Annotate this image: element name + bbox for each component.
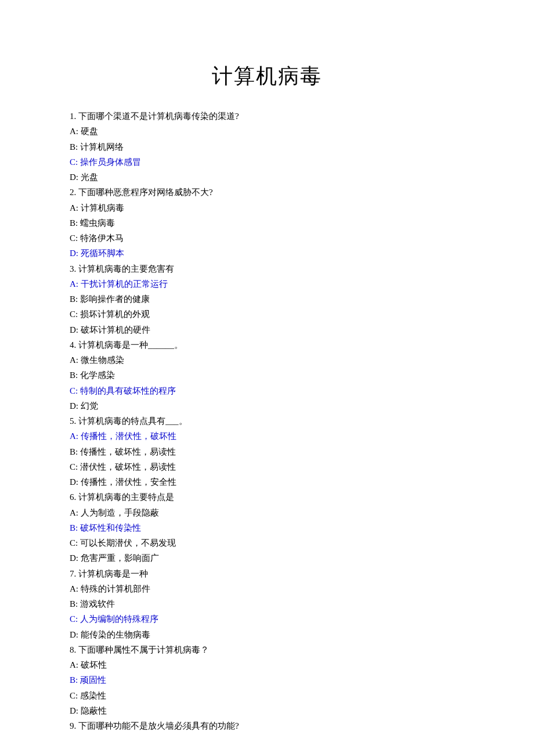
question-text: 6. 计算机病毒的主要特点是 (70, 489, 464, 505)
option-text: C: 可以长期潜伏，不易发现 (70, 535, 464, 550)
option-text: B: 传播性，破坏性，易读性 (70, 444, 464, 459)
option-text: C: 特洛伊木马 (70, 231, 464, 246)
option-text: A: 传播性，潜伏性，破坏性 (70, 429, 464, 444)
option-text: B: 顽固性 (70, 672, 464, 687)
question-text: 9. 下面哪种功能不是放火墙必须具有的功能? (70, 718, 464, 733)
option-text: C: 损坏计算机的外观 (70, 307, 464, 322)
option-text: C: 感染性 (70, 688, 464, 703)
question-text: 5. 计算机病毒的特点具有___。 (70, 413, 464, 429)
question-text: 3. 计算机病毒的主要危害有 (70, 261, 464, 276)
question-text: 8. 下面哪种属性不属于计算机病毒？ (70, 642, 464, 657)
option-text: D: 光盘 (70, 170, 464, 185)
document-title: 计算机病毒 (70, 58, 464, 95)
option-text: A: 特殊的计算机部件 (70, 581, 464, 596)
option-text: C: 操作员身体感冒 (70, 154, 464, 170)
option-text: B: 破坏性和传染性 (70, 520, 464, 535)
option-text: B: 蠕虫病毒 (70, 215, 464, 231)
option-text: B: 计算机网络 (70, 139, 464, 154)
question-text: 1. 下面哪个渠道不是计算机病毒传染的渠道? (70, 109, 464, 124)
option-text: D: 破坏计算机的硬件 (70, 322, 464, 337)
option-text: A: 微生物感染 (70, 352, 464, 368)
question-list: 1. 下面哪个渠道不是计算机病毒传染的渠道?A: 硬盘B: 计算机网络C: 操作… (70, 109, 464, 733)
option-text: B: 影响操作者的健康 (70, 291, 464, 307)
option-text: A: 干扰计算机的正常运行 (70, 276, 464, 291)
option-text: A: 硬盘 (70, 124, 464, 139)
option-text: A: 计算机病毒 (70, 200, 464, 215)
option-text: D: 隐蔽性 (70, 703, 464, 718)
option-text: D: 幻觉 (70, 398, 464, 413)
option-text: A: 人为制造，手段隐蔽 (70, 505, 464, 520)
option-text: C: 特制的具有破坏性的程序 (70, 383, 464, 398)
option-text: D: 传播性，潜伏性，安全性 (70, 474, 464, 489)
option-text: D: 死循环脚本 (70, 246, 464, 261)
option-text: C: 人为编制的特殊程序 (70, 611, 464, 627)
question-text: 4. 计算机病毒是一种______。 (70, 337, 464, 352)
option-text: D: 危害严重，影响面广 (70, 550, 464, 566)
option-text: B: 化学感染 (70, 368, 464, 383)
option-text: A: 破坏性 (70, 657, 464, 672)
option-text: D: 能传染的生物病毒 (70, 627, 464, 642)
option-text: B: 游戏软件 (70, 596, 464, 611)
question-text: 2. 下面哪种恶意程序对网络威胁不大? (70, 185, 464, 200)
question-text: 7. 计算机病毒是一种 (70, 566, 464, 581)
option-text: C: 潜伏性，破坏性，易读性 (70, 459, 464, 474)
